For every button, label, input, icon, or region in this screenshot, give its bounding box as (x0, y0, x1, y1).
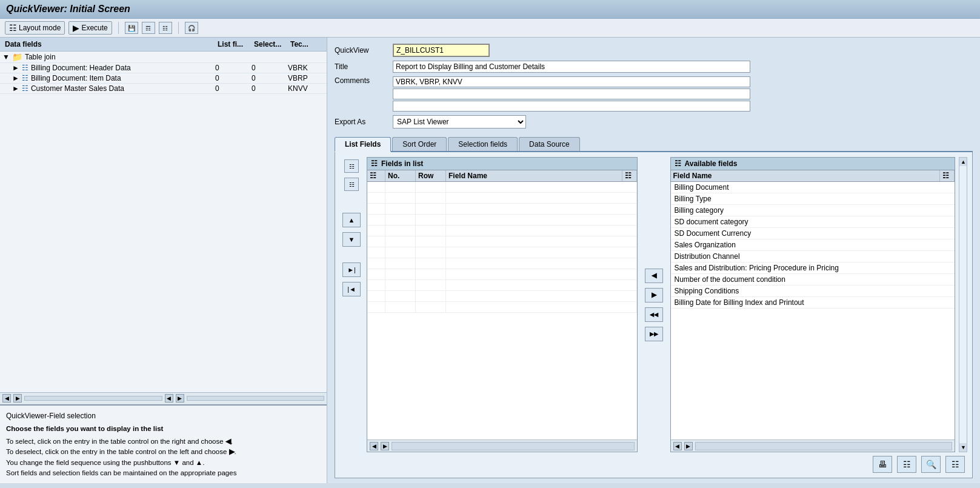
comments-input-2[interactable] (393, 89, 750, 99)
comments-input-1[interactable] (393, 76, 750, 87)
move-right-icon: ▶ (652, 291, 656, 299)
fields-in-list: ☷ Fields in list ☷ No. Row Field Name ☷ (367, 157, 638, 452)
customer-master-select: 0 (252, 84, 288, 93)
avail-fields-subheader: Field Name ☷ (671, 170, 955, 182)
avail-vscroll[interactable]: ▲ ▼ (959, 157, 967, 452)
layout-mode-label: Layout mode (19, 24, 61, 32)
avail-row-billing-date[interactable]: Billing Date for Billing Index and Print… (671, 297, 955, 309)
avail-row-billing-doc[interactable]: Billing Document (671, 182, 955, 193)
move-all-right-button[interactable]: ▶▶ (645, 327, 663, 341)
comments-input-3[interactable] (393, 101, 750, 112)
bottom-btn-filter[interactable]: ☷ (897, 456, 916, 473)
copy-right-icon: ►| (347, 266, 356, 273)
data-fields-header: Data fields List fi... Select... Tec... (0, 38, 327, 52)
move-left-button[interactable]: ◀ (645, 269, 663, 283)
scroll-track-2[interactable] (187, 396, 325, 401)
fields-icon: ☶ (145, 25, 151, 32)
fields-subheader: ☷ No. Row Field Name ☷ (367, 170, 637, 182)
avail-row-sd-doc-currency[interactable]: SD Document Currency (671, 228, 955, 239)
scroll-right-1[interactable]: ▶ (13, 394, 22, 403)
billing-item-tec: VBRP (288, 74, 324, 82)
scroll-left-2[interactable]: ◀ (165, 394, 173, 403)
avail-hscroll-right[interactable]: ▶ (684, 442, 693, 450)
copy-to-right-button[interactable]: ►| (342, 262, 361, 277)
copy-to-left-button[interactable]: |◄ (342, 282, 361, 296)
table-icon-1: ☷ (22, 64, 28, 72)
avail-row-sd-doc-category[interactable]: SD document category (671, 216, 955, 228)
bottom-btn-settings[interactable]: ☷ (945, 456, 965, 473)
roles-button[interactable]: ☷ (159, 22, 172, 34)
available-fields-body[interactable]: Billing Document Billing Type Billing ca… (671, 182, 955, 440)
avail-hscroll-left[interactable]: ◀ (673, 442, 682, 450)
header-tec: Tec... (288, 39, 324, 50)
tab-sort-order[interactable]: Sort Order (392, 137, 447, 151)
move-up-button[interactable]: ▲ (342, 213, 361, 227)
bottom-toolbar: 🖶 ☷ 🔍 ☷ (340, 452, 967, 473)
avail-row-shipping-cond[interactable]: Shipping Conditions (671, 286, 955, 297)
tree-row-table-join[interactable]: ▼ 📁 Table join (0, 52, 327, 63)
quickview-input[interactable] (393, 44, 490, 57)
move-down-button[interactable]: ▼ (342, 232, 361, 247)
hscrollbar-1[interactable] (392, 442, 635, 450)
move-all-left-button[interactable]: ◀◀ (645, 307, 663, 322)
export-as-select[interactable]: SAP List Viewer Spreadsheet Word Process… (393, 115, 526, 129)
avail-row-billing-type[interactable]: Billing Type (671, 193, 955, 205)
billing-header-label: Billing Document: Header Data (31, 64, 131, 72)
layout-icon: ☷ (9, 23, 17, 33)
fields-header-icon: ☷ (371, 159, 378, 168)
separator-2 (178, 22, 179, 34)
settings-icon: ☷ (952, 460, 959, 469)
available-fields-title: Available fields (685, 159, 738, 168)
avail-hscrollbar[interactable] (695, 442, 953, 450)
tab-list-fields[interactable]: List Fields (335, 137, 391, 152)
toolbar: ☷ Layout mode ▶ Execute 💾 ☶ ☷ 🎧 (0, 19, 980, 38)
print-icon: 🖶 (878, 460, 887, 469)
move-all-right-icon: ▶▶ (650, 331, 658, 337)
subheader-fieldname: Field Name (446, 170, 622, 181)
tree-row-item-data[interactable]: ► ☷ Billing Document: Item Data 0 0 VBRP (0, 73, 327, 84)
tab-selection-fields[interactable]: Selection fields (448, 137, 518, 151)
available-fields-header: ☷ Available fields (671, 158, 955, 170)
avail-row-doc-condition[interactable]: Number of the document condition (671, 274, 955, 286)
tree-row-customer-data[interactable]: ► ☷ Customer Master Sales Data 0 0 KNVV (0, 84, 327, 94)
title-input[interactable] (393, 61, 750, 73)
icon-btn-top[interactable]: ☷ (344, 159, 359, 173)
vscroll-up[interactable]: ▲ (959, 158, 967, 166)
execute-button[interactable]: ▶ Execute (68, 21, 112, 35)
tree-row-header-data[interactable]: ► ☷ Billing Document: Header Data 0 0 VB… (0, 63, 327, 73)
fields-body[interactable] (367, 182, 637, 440)
customer-master-list: 0 (215, 84, 252, 93)
bottom-btn-find[interactable]: 🔍 (921, 456, 941, 473)
tab-data-source[interactable]: Data Source (519, 137, 580, 151)
expand-icon-3: ► (12, 74, 19, 82)
save-button[interactable]: 💾 (125, 22, 138, 34)
tab-content: ☷ ☷ ▲ ▼ ►| (335, 152, 973, 478)
expand-icon: ▼ (2, 53, 10, 61)
scroll-right-2[interactable]: ▶ (176, 394, 184, 403)
vscroll-down[interactable]: ▼ (959, 443, 967, 452)
copy-left-icon: |◄ (347, 286, 356, 293)
avail-row-dist-channel[interactable]: Distribution Channel (671, 251, 955, 262)
left-controls: ☷ ☷ ▲ ▼ ►| (340, 157, 363, 452)
avail-row-billing-category[interactable]: Billing category (671, 205, 955, 216)
bottom-btn-print[interactable]: 🖶 (873, 456, 892, 473)
scroll-left-1[interactable]: ◀ (2, 394, 11, 403)
layout-mode-button[interactable]: ☷ Layout mode (5, 21, 65, 35)
hscroll-right-1[interactable]: ▶ (381, 442, 389, 450)
fields-button[interactable]: ☶ (142, 22, 155, 34)
help-button[interactable]: 🎧 (185, 22, 198, 34)
avail-row-sd-pricing[interactable]: Sales and Distribution: Pricing Procedur… (671, 262, 955, 274)
move-right-button[interactable]: ▶ (645, 288, 663, 302)
customer-master-tec: KNVV (288, 84, 324, 93)
avail-header-icon: ☷ (675, 159, 681, 168)
fields-in-list-header: ☷ Fields in list (367, 158, 637, 170)
avail-row-sales-org[interactable]: Sales Organization (671, 239, 955, 251)
table-icon-2: ☷ (22, 74, 28, 82)
scroll-track-1[interactable] (24, 396, 162, 401)
icon-btn-left2[interactable]: ☷ (344, 178, 359, 191)
field-row-empty-3 (367, 204, 637, 215)
available-fields: ☷ Available fields Field Name ☷ Billing … (670, 157, 956, 452)
execute-icon: ▶ (73, 23, 79, 33)
table-icon-3: ☷ (22, 84, 28, 93)
hscroll-left-1[interactable]: ◀ (370, 442, 378, 450)
